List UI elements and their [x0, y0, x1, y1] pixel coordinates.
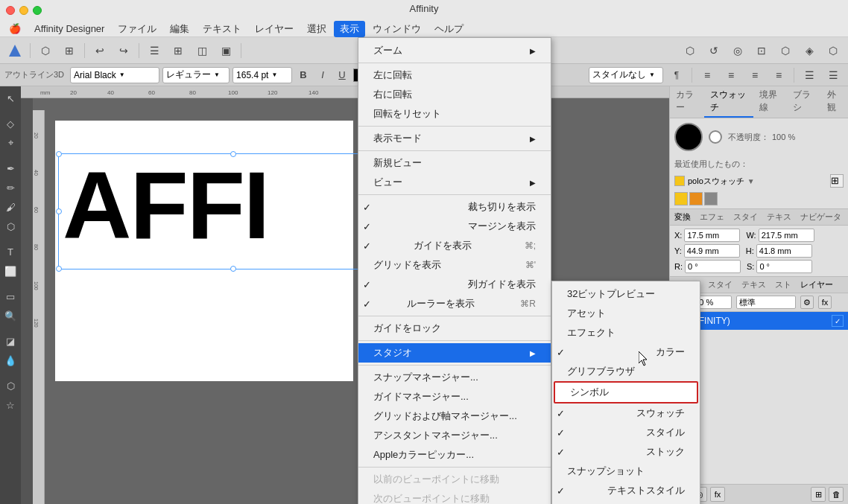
submenu-symbols[interactable]: シンボル	[554, 381, 698, 403]
r-input[interactable]: 0 °	[685, 260, 741, 273]
blend-mode-select[interactable]: 標準	[736, 296, 796, 309]
menu-display-mode[interactable]: 表示モード ▶	[358, 129, 551, 148]
tool-pen[interactable]: ✒	[1, 159, 19, 177]
x-input[interactable]: 17.5 mm	[684, 229, 740, 242]
tool-paint[interactable]: ⬡	[1, 217, 19, 235]
maximize-button[interactable]	[33, 6, 42, 15]
menu-grid-manager[interactable]: グリッドおよび軸マネージャー...	[358, 406, 551, 426]
swatch-yellow[interactable]	[674, 192, 688, 205]
submenu-glyph[interactable]: グリフブラウザ	[552, 362, 700, 381]
swatch-gray[interactable]	[704, 192, 718, 205]
layer-visible-btn[interactable]: ✓	[832, 315, 844, 327]
handle-tl[interactable]	[56, 151, 62, 157]
tab-color[interactable]: カラー	[670, 86, 704, 118]
submenu-assets[interactable]: アセット	[552, 304, 700, 323]
tool-crop[interactable]: ⌖	[1, 134, 19, 152]
font-name-select[interactable]: Arial Black ▼	[70, 67, 159, 83]
tab-effects[interactable]: エフェ	[695, 209, 729, 225]
menu-text[interactable]: テキスト	[197, 21, 247, 37]
menu-show-guides[interactable]: ガイドを表示 ⌘;	[358, 236, 551, 255]
submenu-32bit[interactable]: 32ビットプレビュー	[552, 284, 700, 304]
toolbar-btn-undo[interactable]: ↩	[89, 40, 110, 61]
align-left-btn[interactable]: ≡	[697, 65, 718, 86]
toolbar-btn-view2[interactable]: ⊞	[168, 40, 189, 61]
bold-button[interactable]: B	[295, 67, 311, 83]
font-style-select[interactable]: レギュラー ▼	[162, 67, 230, 83]
menu-show-bleed[interactable]: 裁ち切りを表示	[358, 197, 551, 217]
layer-grid-btn[interactable]: ⊞	[811, 487, 826, 502]
menu-view-sub[interactable]: ビュー ▶	[358, 173, 551, 192]
align-right-btn[interactable]: ≡	[744, 65, 765, 86]
tool-symbols[interactable]: ☆	[1, 396, 19, 414]
submenu-stock[interactable]: ストック	[552, 442, 700, 462]
underline-button[interactable]: U	[334, 67, 350, 83]
tool-brush[interactable]: 🖌	[1, 198, 19, 216]
layer-fx-bottom-btn[interactable]: fx	[710, 487, 725, 502]
menu-apple[interactable]: 🍎	[3, 22, 27, 36]
menu-file[interactable]: ファイル	[112, 21, 162, 37]
submenu-snapshots[interactable]: スナップショット	[552, 462, 700, 481]
toolbar-btn-view4[interactable]: ▣	[215, 40, 236, 61]
color-circle-white[interactable]	[709, 130, 722, 144]
layer-settings-btn[interactable]: ⚙	[800, 296, 814, 309]
submenu-color[interactable]: カラー	[552, 342, 700, 362]
tab-text[interactable]: テキス	[762, 209, 796, 225]
color-circle[interactable]	[674, 123, 703, 151]
submenu-navigator[interactable]: ナビゲータ	[552, 500, 700, 504]
tab-layers-main[interactable]: レイヤー	[796, 277, 838, 293]
swatch-orange[interactable]	[689, 192, 703, 205]
tool-pencil[interactable]: ✏	[1, 179, 19, 197]
handle-tm[interactable]	[230, 151, 236, 157]
toolbar-btn-r5[interactable]: ⬡	[775, 40, 796, 61]
align-justify-btn[interactable]: ≡	[768, 65, 789, 86]
layer-fx-btn[interactable]: fx	[818, 296, 832, 309]
tool-text[interactable]: T	[1, 243, 19, 261]
tab-transform[interactable]: 変換	[670, 209, 695, 225]
menu-apple-picker[interactable]: Appleカラーピッカー...	[358, 445, 551, 465]
paragraph-btn[interactable]: ¶	[666, 65, 687, 86]
menu-show-margin[interactable]: マージンを表示	[358, 217, 551, 236]
y-input[interactable]: 44.9 mm	[684, 244, 740, 258]
toolbar-btn-r4[interactable]: ⊡	[751, 40, 772, 61]
tool-zoom[interactable]: 🔍	[1, 307, 19, 325]
menu-help[interactable]: ヘルプ	[428, 21, 469, 37]
tool-eyedrop[interactable]: 💧	[1, 351, 19, 369]
tool-shape[interactable]: ▭	[1, 287, 19, 305]
submenu-text-styles[interactable]: テキストスタイル	[552, 481, 700, 500]
tool-select[interactable]: ↖	[1, 89, 19, 107]
font-size-select[interactable]: 165.4 pt ▼	[232, 67, 292, 83]
toolbar-btn-view1[interactable]: ☰	[144, 40, 165, 61]
menu-reset-rotation[interactable]: 回転をリセット	[358, 104, 551, 124]
h-input[interactable]: 41.8 mm	[756, 244, 812, 258]
toolbar-btn-r3[interactable]: ◎	[727, 40, 748, 61]
swatch-grid-btn[interactable]: ⊞	[830, 174, 844, 188]
close-button[interactable]	[6, 6, 15, 15]
toolbar-btn-grid[interactable]: ⬡	[35, 40, 56, 61]
toolbar-btn-share[interactable]: ⊞	[59, 40, 80, 61]
toolbar-btn-r2[interactable]: ↺	[703, 40, 724, 61]
tool-frame[interactable]: ⬜	[1, 262, 19, 280]
submenu-styles[interactable]: スタイル	[552, 423, 700, 442]
toolbar-btn-r7[interactable]: ⬡	[823, 40, 844, 61]
tool-fill[interactable]: ◪	[1, 332, 19, 350]
submenu-swatches[interactable]: スウォッチ	[552, 403, 700, 423]
affinity-logo-btn[interactable]	[4, 40, 25, 61]
italic-button[interactable]: I	[314, 67, 331, 83]
menu-guide-manager[interactable]: ガイドマネージャー...	[358, 387, 551, 406]
handle-bl[interactable]	[56, 266, 62, 272]
menu-select[interactable]: 選択	[301, 21, 332, 37]
menu-window[interactable]: ウィンドウ	[367, 21, 427, 37]
menu-new-view[interactable]: 新規ビュー	[358, 153, 551, 173]
tab-styles[interactable]: スタイ	[729, 209, 762, 225]
minimize-button[interactable]	[19, 6, 28, 15]
tab-navigator[interactable]: ナビゲータ	[796, 209, 846, 225]
tab-swatches[interactable]: スウォッチ	[704, 86, 753, 118]
menu-assistant[interactable]: アシスタントマネージャー...	[358, 426, 551, 445]
menu-studio[interactable]: スタジオ ▶	[358, 343, 551, 363]
layer-delete-btn[interactable]: 🗑	[829, 487, 844, 502]
tab-layers-styles[interactable]: スタイ	[703, 277, 737, 293]
menu-layer[interactable]: レイヤー	[249, 21, 300, 37]
list-btn[interactable]: ☰	[799, 65, 820, 86]
submenu-effects[interactable]: エフェクト	[552, 323, 700, 342]
menu-rotate-left[interactable]: 左に回転	[358, 66, 551, 85]
